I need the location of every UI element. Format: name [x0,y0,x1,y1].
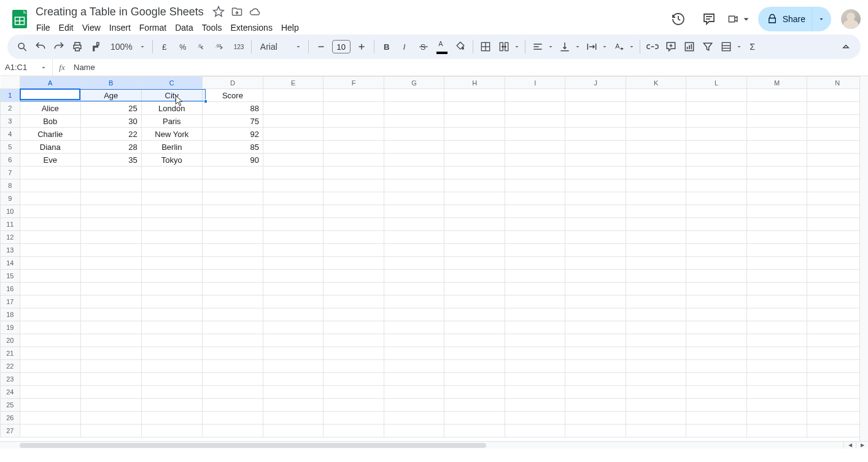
cell-E2[interactable] [263,102,324,115]
row-header-15[interactable]: 15 [1,270,20,283]
cell-H2[interactable] [444,102,505,115]
menu-extensions[interactable]: Extensions [226,20,276,35]
cell-J23[interactable] [565,373,626,386]
cell-K25[interactable] [626,399,686,412]
row-header-6[interactable]: 6 [1,154,20,166]
cell-D4[interactable]: 92 [202,128,263,141]
cell-I2[interactable] [505,102,565,115]
cell-E10[interactable] [263,205,324,218]
cell-B25[interactable] [80,399,141,412]
cell-K15[interactable] [626,270,686,283]
cell-A2[interactable]: Alice [20,102,80,115]
cell-J14[interactable] [565,257,626,270]
borders-icon[interactable] [477,38,494,55]
cell-C15[interactable] [141,270,202,283]
row-header-27[interactable]: 27 [1,425,20,437]
cell-E1[interactable] [263,89,324,102]
cell-N26[interactable] [807,412,868,425]
merge-cells-icon[interactable] [495,38,513,55]
cell-G5[interactable] [384,141,444,154]
cell-G26[interactable] [384,412,444,425]
cell-H19[interactable] [444,321,505,334]
cell-J7[interactable] [565,166,626,179]
cell-M11[interactable] [746,218,807,231]
cell-H25[interactable] [444,399,505,412]
cell-D3[interactable]: 75 [202,115,263,128]
cell-A11[interactable] [20,218,80,231]
cell-E15[interactable] [263,270,324,283]
cell-I9[interactable] [505,192,565,205]
cell-A20[interactable] [20,334,80,347]
cell-L3[interactable] [686,115,746,128]
cell-J9[interactable] [565,192,626,205]
col-header-N[interactable]: N [807,77,868,89]
move-folder-icon[interactable] [230,4,244,19]
row-header-10[interactable]: 10 [1,205,20,218]
cell-A19[interactable] [20,321,80,334]
redo-icon[interactable] [50,38,68,55]
cell-L12[interactable] [686,231,746,244]
cell-N1[interactable] [807,89,868,102]
formula-input[interactable]: Name [71,63,868,72]
cell-E6[interactable] [263,154,324,166]
cell-I24[interactable] [505,386,565,399]
cell-F8[interactable] [324,179,384,192]
cell-L9[interactable] [686,192,746,205]
paint-format-icon[interactable] [87,38,104,55]
cell-K16[interactable] [626,283,686,296]
meet-button[interactable] [727,7,752,31]
rotation-caret[interactable] [627,43,636,50]
cell-C26[interactable] [141,412,202,425]
cell-K1[interactable] [626,89,686,102]
row-header-22[interactable]: 22 [1,360,20,373]
cell-M14[interactable] [746,257,807,270]
cell-A18[interactable] [20,308,80,321]
cell-F14[interactable] [324,257,384,270]
cell-K10[interactable] [626,205,686,218]
share-caret[interactable] [812,7,830,31]
cell-C20[interactable] [141,334,202,347]
cell-M19[interactable] [746,321,807,334]
cell-B2[interactable]: 25 [80,102,141,115]
cell-G10[interactable] [384,205,444,218]
row-header-7[interactable]: 7 [1,166,20,179]
cell-L5[interactable] [686,141,746,154]
cell-E19[interactable] [263,321,324,334]
cell-E22[interactable] [263,360,324,373]
cell-B3[interactable]: 30 [80,115,141,128]
cell-K2[interactable] [626,102,686,115]
cell-A16[interactable] [20,283,80,296]
cell-L24[interactable] [686,386,746,399]
row-header-17[interactable]: 17 [1,296,20,308]
cell-J22[interactable] [565,360,626,373]
cell-A4[interactable]: Charlie [20,128,80,141]
cell-M25[interactable] [746,399,807,412]
history-icon[interactable] [666,7,691,31]
cell-H20[interactable] [444,334,505,347]
cell-A24[interactable] [20,386,80,399]
cell-B5[interactable]: 28 [80,141,141,154]
cell-N4[interactable] [807,128,868,141]
cell-K17[interactable] [626,296,686,308]
strikethrough-icon[interactable]: S [415,38,432,55]
cell-C3[interactable]: Paris [141,115,202,128]
cell-F24[interactable] [324,386,384,399]
cell-F22[interactable] [324,360,384,373]
row-header-20[interactable]: 20 [1,334,20,347]
cell-C24[interactable] [141,386,202,399]
cell-G13[interactable] [384,244,444,257]
cell-H18[interactable] [444,308,505,321]
cell-D15[interactable] [202,270,263,283]
currency-pound-icon[interactable]: £ [157,38,174,55]
cell-G2[interactable] [384,102,444,115]
cell-E24[interactable] [263,386,324,399]
row-header-12[interactable]: 12 [1,231,20,244]
cell-D5[interactable]: 85 [202,141,263,154]
cell-A6[interactable]: Eve [20,154,80,166]
row-header-5[interactable]: 5 [1,141,20,154]
cell-M15[interactable] [746,270,807,283]
cell-K26[interactable] [626,412,686,425]
filter-icon[interactable] [699,38,716,55]
cell-J1[interactable] [565,89,626,102]
cell-L1[interactable] [686,89,746,102]
